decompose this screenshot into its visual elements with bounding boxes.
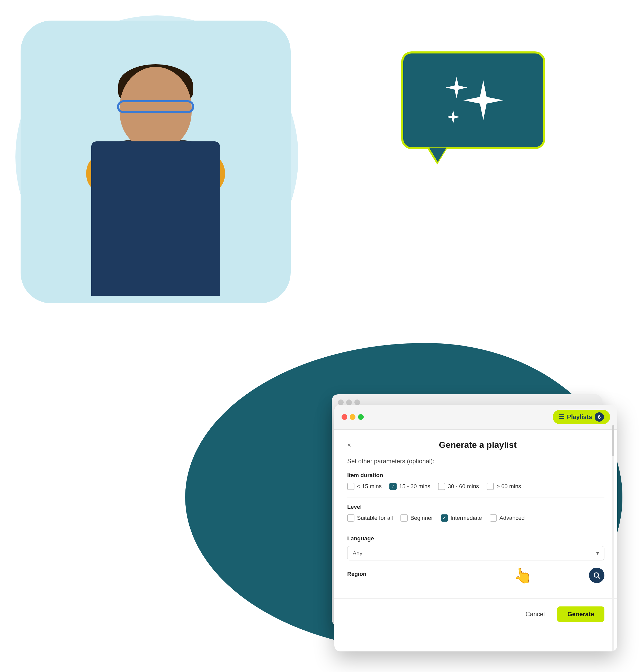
option-15-30-label: 15 - 30 mins <box>399 483 430 490</box>
region-label: Region <box>347 571 366 577</box>
option-30-60-label: 30 - 60 mins <box>448 483 479 490</box>
option-15-30[interactable]: ✓ 15 - 30 mins <box>389 483 430 490</box>
region-search-button[interactable] <box>589 568 604 583</box>
checkbox-intermediate[interactable]: ✓ <box>441 514 448 522</box>
front-panel: ☰ Playlists 6 × Generate a playlist Set … <box>335 405 617 651</box>
bubble-box <box>401 51 545 149</box>
checkbox-advanced[interactable] <box>490 514 497 522</box>
safety-glasses <box>117 100 194 113</box>
cancel-button[interactable]: Cancel <box>519 607 551 621</box>
option-intermediate[interactable]: ✓ Intermediate <box>441 514 482 522</box>
divider-2 <box>347 529 604 529</box>
level-options: Suitable for all Beginner ✓ Intermediate… <box>347 514 604 522</box>
checkbox-suitable-all[interactable] <box>347 514 354 522</box>
panel-body: × Generate a playlist Set other paramete… <box>335 430 617 598</box>
option-advanced[interactable]: Advanced <box>490 514 525 522</box>
option-intermediate-label: Intermediate <box>451 515 482 521</box>
panel-titlebar: ☰ Playlists 6 <box>335 405 617 430</box>
generate-button[interactable]: Generate <box>557 607 604 622</box>
dot-green[interactable] <box>358 414 364 420</box>
playlists-label: Playlists <box>567 413 592 421</box>
scrollbar-thumb[interactable] <box>612 425 614 456</box>
svg-line-1 <box>598 577 600 578</box>
option-suitable-all-label: Suitable for all <box>357 515 393 521</box>
scrollbar-track[interactable] <box>612 425 614 651</box>
option-advanced-label: Advanced <box>499 515 525 521</box>
item-duration-label: Item duration <box>347 472 604 479</box>
option-beginner[interactable]: Beginner <box>400 514 433 522</box>
option-30-60[interactable]: 30 - 60 mins <box>438 483 479 490</box>
check-icon: ✓ <box>391 484 395 489</box>
option-gt-60[interactable]: > 60 mins <box>487 483 521 490</box>
dot-3 <box>354 399 360 405</box>
chevron-down-icon: ▾ <box>596 550 599 557</box>
search-icon <box>593 572 600 579</box>
dot-1 <box>338 399 344 405</box>
checkbox-lt-15[interactable] <box>347 483 354 490</box>
person-silhouette <box>21 21 291 303</box>
dot-red[interactable] <box>342 414 347 420</box>
playlists-icon: ☰ <box>559 413 565 421</box>
worker-figure <box>65 59 246 303</box>
person-image <box>21 21 291 303</box>
panel-footer: Cancel Generate <box>335 598 617 630</box>
option-suitable-all[interactable]: Suitable for all <box>347 514 393 522</box>
bubble-tail-inner <box>429 148 447 162</box>
check-icon: ✓ <box>442 515 446 521</box>
worker-torso <box>91 141 220 296</box>
panel-main-title: Generate a playlist <box>439 440 517 450</box>
language-dropdown[interactable]: Any ▾ <box>347 546 604 560</box>
playlists-count: 6 <box>595 412 604 422</box>
dot-yellow[interactable] <box>350 414 355 420</box>
panel-subtitle: Set other parameters (optional): <box>347 458 604 465</box>
checkbox-30-60[interactable] <box>438 483 445 490</box>
checkbox-gt-60[interactable] <box>487 483 494 490</box>
item-duration-options: < 15 mins ✓ 15 - 30 mins 30 - 60 mins > … <box>347 483 604 490</box>
close-button[interactable]: × <box>347 441 351 448</box>
playlists-badge[interactable]: ☰ Playlists 6 <box>553 410 610 424</box>
language-value: Any <box>353 550 362 557</box>
option-gt-60-label: > 60 mins <box>496 483 521 490</box>
checkbox-15-30[interactable]: ✓ <box>389 483 397 490</box>
worker-head <box>120 67 192 149</box>
checkbox-beginner[interactable] <box>400 514 408 522</box>
cursor-hand: 👆 <box>512 565 534 586</box>
option-lt-15[interactable]: < 15 mins <box>347 483 382 490</box>
option-lt-15-label: < 15 mins <box>357 483 382 490</box>
option-beginner-label: Beginner <box>410 515 433 521</box>
level-label: Level <box>347 503 604 510</box>
language-label: Language <box>347 535 604 542</box>
dot-2 <box>346 399 352 405</box>
sparkles-icon <box>440 67 507 134</box>
speech-bubble <box>401 51 550 164</box>
titlebar-dots <box>342 414 364 420</box>
scene: Generate a Choose the skills you want le… <box>0 0 643 672</box>
